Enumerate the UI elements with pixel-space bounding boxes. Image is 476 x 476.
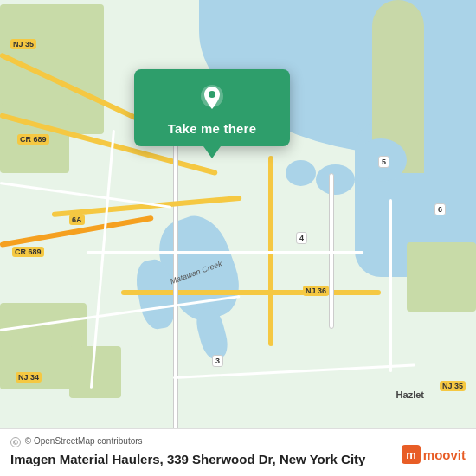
moovit-text: moovit — [423, 447, 466, 462]
nj35-label-top: NJ 35 — [10, 39, 36, 49]
nj34-label: NJ 34 — [16, 372, 42, 383]
nj36-road — [121, 290, 381, 295]
svg-point-1 — [209, 91, 215, 98]
map-pin-icon — [196, 83, 228, 114]
water-inlet-3 — [316, 164, 355, 195]
osm-attribution: © © OpenStreetMap contributors — [10, 436, 466, 447]
moovit-logo: m moovit — [402, 445, 466, 464]
minor-road-5 — [389, 199, 392, 372]
minor-road-6 — [173, 363, 415, 379]
nj36-label: NJ 36 — [303, 286, 329, 296]
r4-label: 4 — [296, 232, 307, 244]
park-right — [407, 242, 476, 312]
location-title: Imagen Material Haulers, 339 Sherwood Dr… — [10, 451, 466, 468]
r6-label: 6 — [434, 203, 446, 215]
water-inlet-2 — [286, 160, 316, 186]
map-container: NJ 35 CR 689 CR 689 6A 4 5 6 NJ 36 3 NJ … — [0, 0, 476, 476]
minor-road-1 — [0, 182, 171, 209]
take-me-there-button[interactable]: Take me there — [168, 121, 256, 136]
nj35-label-bottom: NJ 35 — [440, 381, 466, 391]
cr689-label-bottom: CR 689 — [12, 247, 44, 257]
popup-card[interactable]: Take me there — [134, 69, 290, 146]
moovit-icon: m — [402, 445, 421, 464]
hazlet-label: Hazlet — [396, 389, 424, 400]
r5-label: 5 — [378, 156, 389, 168]
minor-road-2 — [87, 251, 363, 254]
svg-text:m: m — [406, 448, 416, 461]
r3-label: 3 — [212, 355, 223, 367]
6a-label: 6A — [69, 215, 85, 225]
copyright-icon: © — [10, 437, 21, 447]
cr689-label-top: CR 689 — [17, 134, 49, 145]
